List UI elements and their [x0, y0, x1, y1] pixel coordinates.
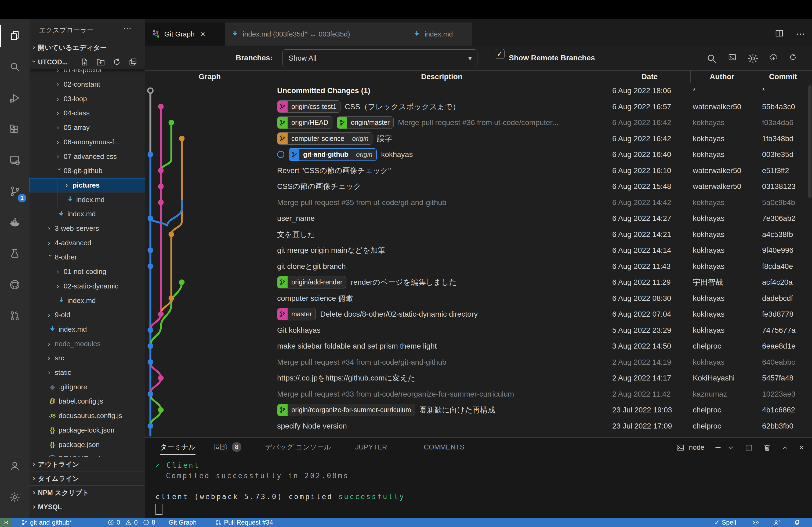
commit-row[interactable]: make sidebar foldable and set prism them…	[145, 338, 812, 354]
shell-label[interactable]: node	[689, 443, 704, 452]
column-header-commit[interactable]: Commit	[769, 71, 797, 83]
copilot-icon[interactable]	[752, 518, 759, 527]
commit-row[interactable]: git merge origin mainなどを加筆6 Aug 2022 14:…	[145, 242, 812, 258]
file--gitignore[interactable]: ◆.gitignore	[30, 380, 145, 394]
commit-row[interactable]: git cloneとgit branch6 Aug 2022 11:43kokh…	[145, 258, 812, 274]
folder-3-web-servers[interactable]: ›3-web-servers	[30, 221, 145, 236]
folder-06-anonymous-f-[interactable]: ›06-anonymous-f...	[30, 135, 145, 149]
refresh-icon[interactable]	[788, 52, 798, 64]
folder-node-modules[interactable]: ›node_modules	[30, 336, 145, 351]
show-remote-branches-checkbox[interactable]: ✓	[495, 49, 505, 59]
status-problems[interactable]: 0 0 8	[107, 518, 155, 527]
folder-03-loop[interactable]: ›03-loop	[30, 91, 145, 106]
branch-badge[interactable]: origin/css-test1	[277, 100, 340, 113]
remote-indicator[interactable]	[0, 518, 12, 527]
commit-row[interactable]: Merge pull request #33 from ut-code/reor…	[145, 386, 812, 402]
file-package-json[interactable]: {}package.json	[30, 437, 145, 452]
column-header-date[interactable]: Date	[641, 71, 658, 83]
status-spell[interactable]: ✓ Spell	[714, 518, 736, 527]
section-outline[interactable]: ›アウトライン	[30, 457, 145, 471]
folder-pictures[interactable]: ›pictures	[30, 178, 145, 193]
commit-row[interactable]: Merge pull request #34 from ut-code/git-…	[145, 354, 812, 370]
status-pull-request[interactable]: Pull Request #34	[215, 518, 273, 527]
file-package-lock-json[interactable]: {}package-lock.json	[30, 423, 145, 438]
section-timeline[interactable]: ›タイムライン	[30, 471, 145, 486]
workspace-section[interactable]: › UTCOD...	[30, 55, 145, 69]
folder-src[interactable]: ›src	[30, 351, 145, 365]
folder-9-old[interactable]: ›9-old	[30, 308, 145, 322]
open-editors-section[interactable]: › 開いているエディター	[30, 40, 145, 55]
file-index-md[interactable]: index.md	[30, 293, 145, 308]
branch-badge[interactable]: master	[277, 308, 316, 320]
commit-row[interactable]: masterDelete docs/8-other/02-static-dyna…	[145, 306, 812, 322]
activity-extensions-icon[interactable]	[0, 114, 30, 144]
panel-tab-jupyter[interactable]: JUPYTER	[355, 438, 387, 456]
activity-settings-gear-icon[interactable]	[0, 482, 30, 512]
kill-terminal-icon[interactable]	[763, 443, 771, 452]
branch-badge[interactable]: git-and-githuborigin	[289, 148, 377, 161]
folder-08-git-github[interactable]: ›08-git-github	[30, 164, 145, 178]
more-actions-icon[interactable]: ⋯	[123, 23, 132, 33]
status-branch[interactable]: git-and-github*	[21, 518, 72, 527]
commit-row[interactable]: Merge pull request #35 from ut-code/git-…	[145, 195, 812, 211]
commit-row[interactable]: origin/add-renderrenderのページを編集しました6 Aug …	[145, 274, 812, 290]
file-babel-config-js[interactable]: Bbabel.config.js	[30, 394, 145, 409]
file-index-md[interactable]: index.md	[30, 192, 145, 207]
tab-index-md-003fe35d-003fe35d-[interactable]: index.md (003fe35d^ ↔ 003fe35d)	[225, 22, 407, 46]
chevron-down-icon[interactable]	[727, 443, 735, 452]
commit-row[interactable]: CSSの節の画像チェック6 Aug 2022 15:48waterwalker5…	[145, 178, 812, 195]
file-docusaurus-config-js[interactable]: JSdocusaurus.config.js	[30, 409, 145, 423]
commit-row[interactable]: user_name6 Aug 2022 14:27kokhayas7e306ab…	[145, 210, 812, 226]
settings-gear-icon[interactable]	[747, 52, 759, 64]
commit-row[interactable]: specify Node version23 Jul 2022 17:09che…	[145, 418, 812, 434]
commit-row[interactable]: computer science 俯瞰6 Aug 2022 08:30kokha…	[145, 290, 812, 306]
editor-more-icon[interactable]: ⋯	[796, 28, 805, 39]
commit-row[interactable]: Uncommitted Changes (1)6 Aug 2022 18:06*…	[145, 82, 812, 99]
folder-8-other[interactable]: ›8-other	[30, 250, 145, 265]
feedback-icon[interactable]	[773, 518, 780, 527]
commit-row[interactable]: origin/reorganize-for-summer-curriculum夏…	[145, 402, 812, 418]
maximize-panel-icon[interactable]	[781, 443, 789, 452]
terminal-icon[interactable]	[728, 52, 737, 64]
panel-tab--[interactable]: 問題8	[214, 438, 242, 456]
commit-row[interactable]: Revert "CSSの節の画像チェック"6 Aug 2022 16:10wat…	[145, 163, 812, 179]
column-header-description[interactable]: Description	[421, 71, 462, 83]
file-index-md[interactable]: index.md	[30, 322, 145, 337]
activity-run-debug-icon[interactable]	[0, 83, 30, 113]
folder-02-static-dynamic[interactable]: ›02-static-dynamic	[30, 279, 145, 293]
column-header-graph[interactable]: Graph	[199, 71, 221, 83]
branch-badge[interactable]: computer-scienceorigin	[277, 132, 373, 145]
commit-row[interactable]: computer-scienceorigin誤字6 Aug 2022 16:42…	[145, 131, 812, 147]
status-git-graph[interactable]: Git Graph	[169, 518, 197, 527]
activity-github-icon[interactable]	[0, 270, 30, 299]
branch-badge[interactable]: origin/add-render	[277, 276, 346, 288]
activity-test-flask-icon[interactable]	[0, 239, 30, 268]
tab-git-graph[interactable]: Git Graph×	[145, 22, 225, 46]
commit-row[interactable]: origin/HEADorigin/masterMerge pull reque…	[145, 115, 812, 131]
commit-row[interactable]: origin/css-test1CSS（フレックスボックスまで）6 Aug 20…	[145, 99, 812, 115]
activity-pull-request-icon[interactable]	[0, 301, 30, 331]
folder-01-not-coding[interactable]: ›01-not-coding	[30, 265, 145, 279]
commit-row[interactable]: git-and-githuboriginkokhayas6 Aug 2022 1…	[145, 147, 812, 163]
folder-05-array[interactable]: ›05-array	[30, 120, 145, 135]
folder-04-class[interactable]: ›04-class	[30, 106, 145, 120]
new-folder-icon[interactable]	[96, 57, 105, 66]
commit-row[interactable]: 文を直した6 Aug 2022 14:21kokhayasa4c538fb	[145, 226, 812, 243]
folder-01-inspector[interactable]: ›01-inspector	[30, 69, 145, 77]
search-icon[interactable]	[706, 52, 717, 64]
column-header-author[interactable]: Author	[710, 71, 735, 83]
tab-index-md[interactable]: index.md	[407, 22, 472, 46]
activity-remote-explorer-icon[interactable]	[0, 146, 30, 175]
branch-badge[interactable]: origin/HEAD	[277, 117, 332, 129]
activity-docker-icon[interactable]	[0, 208, 30, 237]
new-terminal-icon[interactable]	[714, 443, 722, 452]
folder-02-constant[interactable]: ›02-constant	[30, 77, 145, 92]
commit-row[interactable]: https://.co.jpをhttps://github.comに変えた2 A…	[145, 370, 812, 386]
panel-tab-comments[interactable]: COMMENTS	[424, 438, 465, 456]
panel-tab--[interactable]: ターミナル	[160, 438, 195, 456]
split-editor-icon[interactable]	[774, 28, 784, 39]
branches-dropdown[interactable]: Show All ▾	[282, 49, 477, 67]
file-index-md[interactable]: index.md	[30, 207, 145, 221]
branch-badge[interactable]: origin/reorganize-for-summer-curriculum	[277, 404, 415, 416]
bell-icon[interactable]	[794, 518, 800, 527]
